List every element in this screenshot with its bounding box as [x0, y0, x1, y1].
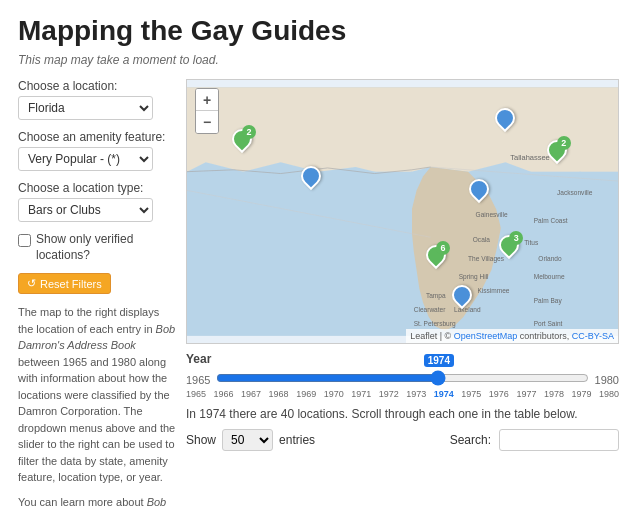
tick-1973: 1973	[406, 389, 426, 399]
year-max-label: 1980	[595, 374, 619, 386]
map-pin-blue-icon-3	[465, 175, 493, 203]
reset-label: Reset Filters	[40, 278, 102, 290]
map-zoom-controls: + −	[195, 88, 219, 134]
map-badge-1: 2	[242, 125, 256, 139]
amenity-label: Choose an amenity feature:	[18, 130, 176, 144]
type-label: Choose a location type:	[18, 181, 176, 195]
reset-icon: ↺	[27, 277, 36, 290]
map-marker-6[interactable]: 6	[424, 243, 448, 267]
tick-1975: 1975	[461, 389, 481, 399]
map-marker-1[interactable]: 2	[230, 127, 254, 151]
verified-checkbox-row: Show only verified locations?	[18, 232, 176, 263]
page-title: Mapping the Gay Guides	[18, 15, 619, 47]
main-layout: Choose a location: FloridaAlabamaGeorgia…	[18, 79, 619, 510]
search-input[interactable]	[499, 429, 619, 451]
count-text: In 1974 there are 40 locations. Scroll t…	[186, 407, 619, 421]
svg-text:Kissimmee: Kissimmee	[477, 287, 509, 294]
reset-filters-button[interactable]: ↺ Reset Filters	[18, 273, 111, 294]
tick-1980: 1980	[599, 389, 619, 399]
tick-1966: 1966	[214, 389, 234, 399]
map-pin-blue-icon-2	[491, 104, 519, 132]
type-select[interactable]: Bars or ClubsRestaurantsHotelsAll	[18, 198, 153, 222]
svg-text:Ocala: Ocala	[473, 236, 490, 243]
location-select[interactable]: FloridaAlabamaGeorgiaTennessee	[18, 96, 153, 120]
map-attribution: Leaflet | © OpenStreetMap contributors, …	[406, 329, 618, 343]
year-current-badge: 1974	[424, 354, 454, 367]
year-slider-row: 1965 1974 1980	[186, 370, 619, 389]
map-area: Tallahassee Jacksonville Gainesville Pal…	[186, 79, 619, 510]
svg-text:Spring Hill: Spring Hill	[459, 273, 489, 281]
verified-checkbox[interactable]	[18, 234, 31, 247]
sidebar-description: The map to the right displays the locati…	[18, 304, 176, 486]
map-marker-8[interactable]	[450, 283, 474, 307]
svg-text:Palm Bay: Palm Bay	[534, 297, 563, 305]
entries-label: entries	[279, 433, 315, 447]
tick-1974: 1974	[434, 389, 454, 399]
svg-text:Clearwater: Clearwater	[414, 306, 446, 313]
svg-text:Lakeland: Lakeland	[454, 306, 481, 313]
sidebar-learn-more: You can learn more about Bob Damron's Ad…	[18, 494, 176, 510]
tick-1976: 1976	[489, 389, 509, 399]
location-label: Choose a location:	[18, 79, 176, 93]
amenity-select[interactable]: Very Popular - (*)PopularAll	[18, 147, 153, 171]
search-label: Search:	[450, 433, 491, 447]
show-label: Show	[186, 433, 216, 447]
year-label: Year	[186, 352, 619, 366]
verified-label: Show only verified locations?	[36, 232, 176, 263]
osm-link[interactable]: OpenStreetMap	[454, 331, 518, 341]
tick-1979: 1979	[571, 389, 591, 399]
map-marker-2[interactable]	[299, 164, 323, 188]
map-badge-4: 2	[557, 136, 571, 150]
map-badge-6: 6	[436, 241, 450, 255]
svg-text:Melbourne: Melbourne	[534, 273, 565, 280]
page-container: Mapping the Gay Guides This map may take…	[0, 0, 637, 510]
search-row: Search:	[450, 429, 619, 451]
zoom-out-button[interactable]: −	[196, 111, 218, 133]
year-ticks: 1965 1966 1967 1968 1969 1970 1971 1972 …	[186, 389, 619, 399]
tick-1977: 1977	[516, 389, 536, 399]
page-subtitle: This map may take a moment to load.	[18, 53, 619, 67]
slider-track-container: 1974	[216, 370, 588, 389]
leaflet-attr: Leaflet	[410, 331, 437, 341]
svg-text:Port Saint: Port Saint	[534, 320, 563, 327]
show-row: Show 102550100 entries	[186, 429, 315, 451]
svg-text:Jacksonville: Jacksonville	[557, 189, 593, 196]
entries-select[interactable]: 102550100	[222, 429, 273, 451]
svg-text:Tampa: Tampa	[426, 292, 446, 300]
cc-link[interactable]: CC-BY-SA	[572, 331, 614, 341]
map-marker-3[interactable]	[493, 106, 517, 130]
zoom-in-button[interactable]: +	[196, 89, 218, 111]
tick-1970: 1970	[324, 389, 344, 399]
map-marker-5[interactable]	[467, 177, 491, 201]
svg-text:Gainesville: Gainesville	[476, 211, 508, 218]
table-controls: Show 102550100 entries Search:	[186, 429, 619, 459]
tick-1968: 1968	[269, 389, 289, 399]
map-badge-7: 3	[509, 231, 523, 245]
map-marker-4[interactable]: 2	[545, 138, 569, 162]
tick-1965: 1965	[186, 389, 206, 399]
map-container: Tallahassee Jacksonville Gainesville Pal…	[186, 79, 619, 344]
svg-text:Palm Coast: Palm Coast	[534, 217, 568, 224]
year-slider[interactable]	[216, 370, 588, 386]
map-svg: Tallahassee Jacksonville Gainesville Pal…	[187, 80, 618, 343]
year-min-label: 1965	[186, 374, 210, 386]
svg-text:Orlando: Orlando	[538, 255, 562, 262]
map-pin-blue-icon	[297, 162, 325, 190]
tick-1967: 1967	[241, 389, 261, 399]
map-marker-7[interactable]: 3	[497, 233, 521, 257]
tick-1972: 1972	[379, 389, 399, 399]
tick-1971: 1971	[351, 389, 371, 399]
svg-rect-3	[187, 172, 412, 336]
map-pin-blue-icon-4	[448, 280, 476, 308]
sidebar: Choose a location: FloridaAlabamaGeorgia…	[18, 79, 176, 510]
year-section: Year 1965 1974 1980 1965 1966 1967 1968 …	[186, 352, 619, 459]
tick-1969: 1969	[296, 389, 316, 399]
svg-text:St. Petersburg: St. Petersburg	[414, 320, 456, 328]
svg-text:Titus: Titus	[524, 239, 539, 246]
tick-1978: 1978	[544, 389, 564, 399]
